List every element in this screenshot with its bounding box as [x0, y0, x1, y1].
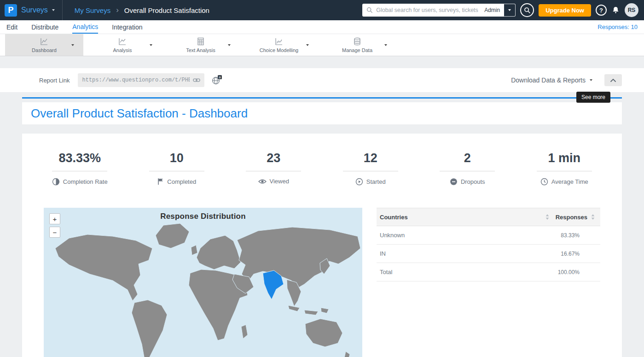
stat-viewed: 23 Viewed — [225, 151, 322, 186]
topbar-divider — [62, 0, 63, 20]
stat-value: 1 min — [516, 151, 613, 165]
search-scope-label[interactable]: Admin — [484, 7, 500, 13]
topbar-actions: Admin Upgrade Now ? RS — [362, 3, 644, 17]
stat-completed: 10 Completed — [128, 151, 226, 186]
zoom-out-button[interactable]: − — [49, 227, 60, 238]
stat-value: 12 — [322, 151, 419, 165]
zoom-in-button[interactable]: + — [49, 213, 60, 224]
chevron-down-icon[interactable] — [384, 44, 387, 46]
breadcrumb-current-survey: Overall Product Satisfaction — [124, 6, 209, 14]
chevron-down-icon — [590, 79, 592, 81]
bell-icon — [611, 6, 620, 14]
nav-item-integration[interactable]: Integration — [112, 20, 142, 34]
toolbar-item-analysis[interactable]: Analysis — [83, 34, 162, 56]
stat-label: Average Time — [551, 178, 588, 185]
link-icon[interactable] — [193, 76, 200, 84]
flag-icon — [157, 178, 164, 185]
see-more-tooltip: See more — [576, 92, 610, 103]
table-header: Countries Responses — [377, 208, 600, 226]
sort-icon[interactable] — [545, 214, 549, 220]
chevron-down-icon[interactable] — [71, 44, 74, 46]
search-submit-button[interactable] — [520, 3, 534, 17]
user-avatar[interactable]: RS — [625, 3, 638, 17]
table-row: Total 100.00% — [377, 263, 600, 281]
sort-icon[interactable] — [591, 214, 595, 220]
chevron-down-icon — [52, 9, 55, 11]
island-indonesia — [321, 308, 329, 313]
stat-label: Completion Rate — [63, 178, 108, 185]
toolbar-item-label: Analysis — [113, 47, 132, 53]
responses-count: Responses: 10 — [598, 23, 638, 30]
chevron-down-icon[interactable] — [306, 44, 309, 46]
title-card: Overall Product Satisfaction - Dashboard — [22, 102, 622, 124]
chevron-down-icon[interactable] — [228, 44, 231, 46]
toolbar-item-label: Choice Modelling — [260, 47, 298, 53]
breadcrumb: My Surveys › Overall Product Satisfactio… — [75, 6, 209, 15]
upgrade-now-button[interactable]: Upgrade Now — [539, 4, 591, 17]
cell-responses: 16.67% — [561, 251, 580, 257]
stat-dropouts: 2 Dropouts — [419, 151, 516, 186]
stat-average-time: 1 min Average Time — [516, 151, 613, 186]
search-input[interactable] — [376, 7, 481, 13]
minus-circle-icon — [450, 178, 458, 186]
stat-underline — [537, 171, 592, 171]
table-row: IN 16.67% — [377, 245, 600, 263]
continent-south-america — [132, 300, 167, 357]
product-label: Surveys — [21, 6, 48, 14]
stat-completion-rate: 83.33% Completion Rate — [31, 151, 128, 186]
stat-label: Completed — [167, 178, 196, 185]
stat-label: Dropouts — [461, 178, 485, 185]
toolbar-item-manage-data[interactable]: Manage Data — [318, 34, 396, 56]
topbar: P Surveys My Surveys › Overall Product S… — [0, 0, 644, 20]
toolbar-item-label: Manage Data — [342, 47, 372, 53]
clock-icon — [540, 178, 548, 186]
notifications-button[interactable] — [611, 6, 620, 14]
column-header-responses[interactable]: Responses — [556, 214, 595, 221]
questionpro-logo: P — [5, 4, 17, 17]
globe-icon: a — [211, 75, 222, 86]
report-link-input[interactable] — [82, 77, 190, 83]
toolbar-item-dashboard[interactable]: Dashboard — [5, 34, 83, 56]
nav-item-analytics[interactable]: Analytics — [72, 20, 98, 34]
map-title: Response Distribution — [44, 212, 362, 221]
report-link-field — [78, 73, 204, 87]
island-indonesia — [304, 310, 318, 315]
continent-australia — [305, 319, 342, 347]
world-map[interactable] — [44, 208, 362, 357]
stats-row: 83.33% Completion Rate 10 Completed — [22, 134, 622, 186]
toolbar-item-text-analysis[interactable]: Text Analysis — [162, 34, 240, 56]
completion-rate-icon — [52, 178, 60, 186]
toolbar-item-label: Dashboard — [32, 47, 57, 53]
table-row: Unknown 83.33% — [377, 226, 600, 245]
continent-asia — [237, 227, 360, 288]
column-header-countries[interactable]: Countries — [380, 214, 556, 221]
distribution-section: Response Distribution + − — [22, 208, 622, 357]
stat-label: Started — [366, 178, 386, 185]
island-uk — [191, 245, 197, 255]
map-zoom-controls: + − — [49, 213, 60, 238]
report-link-label: Report Link — [39, 77, 70, 84]
breadcrumb-separator: › — [116, 6, 119, 15]
breadcrumb-my-surveys[interactable]: My Surveys — [75, 6, 110, 14]
search-icon — [366, 7, 373, 13]
chevron-down-icon[interactable] — [150, 44, 152, 46]
search-box: Admin — [362, 4, 504, 17]
collapse-panel-button[interactable] — [604, 74, 622, 86]
chevron-up-icon — [610, 78, 616, 82]
help-button[interactable]: ? — [596, 5, 607, 16]
play-circle-icon — [355, 178, 363, 186]
product-switcher[interactable]: P Surveys — [0, 0, 62, 20]
report-language-button[interactable]: a — [211, 75, 222, 86]
download-data-reports-dropdown[interactable]: Download Data & Reports — [511, 76, 592, 84]
column-label: Responses — [556, 214, 587, 221]
search-scope-dropdown-button[interactable] — [504, 4, 516, 17]
cell-responses: 83.33% — [561, 232, 580, 239]
stat-value: 83.33% — [31, 151, 128, 165]
nav-item-edit[interactable]: Edit — [6, 20, 17, 34]
toolbar-item-label: Text Analysis — [186, 47, 215, 53]
response-distribution-map[interactable]: Response Distribution + − — [44, 208, 362, 357]
stat-underline — [149, 171, 204, 171]
toolbar-item-choice-modelling[interactable]: Choice Modelling — [240, 34, 318, 56]
stat-underline — [440, 171, 495, 171]
nav-item-distribute[interactable]: Distribute — [31, 20, 58, 34]
